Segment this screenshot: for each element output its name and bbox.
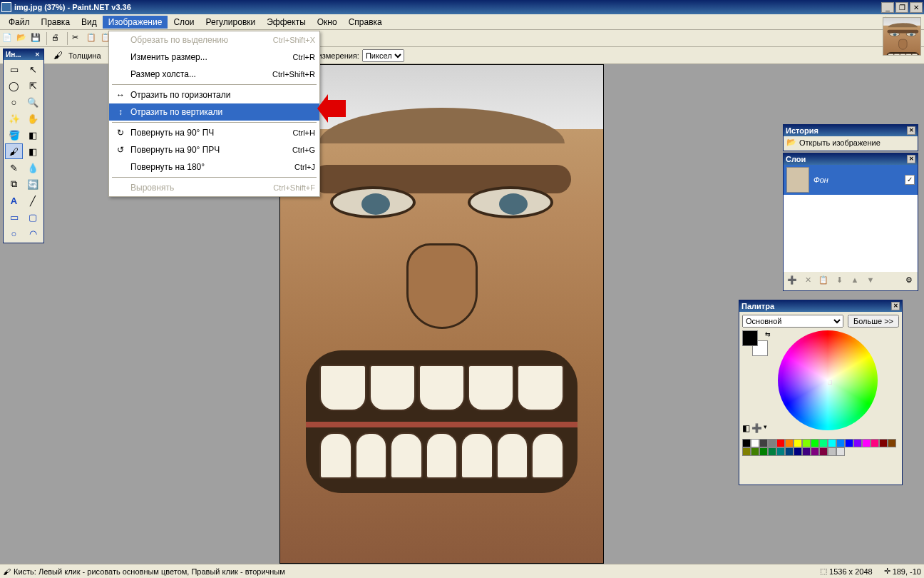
unit-select[interactable]: Пиксел (362, 49, 404, 62)
line-tool[interactable]: ╱ (24, 193, 42, 208)
minimize-button[interactable]: _ (881, 2, 894, 13)
palette-color[interactable] (768, 439, 776, 447)
rect-select-tool[interactable]: ▭ (5, 61, 23, 77)
new-button[interactable]: 📄 (1, 32, 14, 45)
print-button[interactable]: 🖨 (51, 32, 63, 45)
move-up-button[interactable]: ▲ (848, 273, 861, 286)
menu-item[interactable]: ↺Повернуть на 90° ПРЧCtrl+G (109, 141, 319, 158)
merge-down-button[interactable]: ⬇ (833, 273, 846, 286)
menu-регулировки[interactable]: Регулировки (200, 16, 262, 29)
menu-item[interactable]: ↔Отразить по горизонтали (109, 86, 319, 103)
magic-wand-tool[interactable]: ✨ (5, 111, 23, 126)
palette-color[interactable] (811, 439, 819, 447)
rounded-rect-tool[interactable]: ▢ (24, 209, 42, 225)
menu-окно[interactable]: Окно (312, 16, 343, 29)
palette-color[interactable] (794, 447, 802, 456)
docked-icon[interactable]: ✕ (35, 51, 40, 58)
color-mode-select[interactable]: Основной (742, 315, 843, 328)
document-thumbnail[interactable] (883, 17, 921, 56)
palette-color[interactable] (794, 439, 802, 447)
close-icon[interactable]: ✕ (907, 155, 915, 163)
layer-row[interactable]: Фон ✓ (784, 165, 918, 195)
recolor-tool[interactable]: 🔄 (24, 176, 42, 192)
palette-color[interactable] (776, 447, 785, 456)
pencil-tool[interactable]: ✎ (5, 160, 23, 176)
palette-color[interactable] (742, 447, 751, 456)
palette-color[interactable] (853, 439, 862, 447)
open-button[interactable]: 📂 (16, 32, 29, 45)
menu-вид[interactable]: Вид (76, 16, 103, 29)
delete-layer-button[interactable]: ✕ (801, 273, 814, 286)
palette-color[interactable] (742, 439, 751, 447)
bucket-tool[interactable]: 🪣 (5, 127, 23, 143)
palette-color[interactable] (802, 447, 811, 456)
pan-tool[interactable]: ✋ (24, 111, 42, 126)
menu-item[interactable]: Размер холста...Ctrl+Shift+R (109, 66, 319, 83)
save-button[interactable]: 💾 (30, 32, 43, 45)
palette-color[interactable] (836, 439, 845, 447)
palette-color[interactable] (871, 439, 879, 447)
close-button[interactable]: ✕ (910, 2, 923, 13)
menu-изображение[interactable]: Изображение (103, 16, 168, 29)
eraser-tool[interactable]: ◧ (24, 143, 42, 159)
menu-эффекты[interactable]: Эффекты (261, 16, 312, 29)
palette-color[interactable] (751, 447, 759, 456)
chevron-down-icon[interactable]: ▾ (764, 423, 767, 433)
move-down-button[interactable]: ▼ (864, 273, 877, 286)
brush-tool[interactable]: 🖌 (5, 143, 23, 159)
palette-color[interactable] (862, 439, 871, 447)
history-entry[interactable]: Открыть изображение (799, 138, 881, 147)
swap-colors-icon[interactable]: ⇆ (765, 330, 771, 338)
ellipse-shape-tool[interactable]: ○ (5, 225, 23, 241)
cut-button[interactable]: ✂ (71, 32, 84, 45)
layer-visibility-checkbox[interactable]: ✓ (905, 175, 915, 185)
freeform-tool[interactable]: ◠ (24, 225, 42, 241)
eyedropper-tool[interactable]: 💧 (24, 160, 42, 176)
palette-color[interactable] (828, 439, 836, 447)
palette-color[interactable] (802, 439, 811, 447)
menu-слои[interactable]: Слои (168, 16, 200, 29)
palette-color[interactable] (785, 447, 794, 456)
canvas-image[interactable] (279, 64, 604, 564)
palette-color[interactable] (845, 439, 853, 447)
palette-color[interactable] (751, 439, 759, 447)
copy-button[interactable]: 📋 (86, 32, 98, 45)
palette-color[interactable] (888, 439, 896, 447)
palette-color[interactable] (768, 447, 776, 456)
more-button[interactable]: Больше >> (848, 315, 899, 328)
palette-color[interactable] (776, 439, 785, 447)
lasso-tool[interactable]: ◯ (5, 78, 23, 93)
add-layer-button[interactable]: ➕ (786, 273, 799, 286)
text-tool[interactable]: A (5, 193, 23, 208)
foreground-swatch[interactable] (742, 330, 758, 346)
color-wheel[interactable] (778, 330, 878, 430)
maximize-button[interactable]: ❐ (895, 2, 908, 13)
menu-item[interactable]: ↻Повернуть на 90° ПЧCtrl+H (109, 124, 319, 141)
close-icon[interactable]: ✕ (907, 126, 915, 135)
menu-item[interactable]: Повернуть на 180°Ctrl+J (109, 158, 319, 176)
color-marker[interactable] (828, 380, 832, 385)
ellipse-select-tool[interactable]: ○ (5, 94, 23, 110)
menu-item[interactable]: ↕Отразить по вертикали (109, 103, 319, 121)
palette-icon[interactable]: ◧ (742, 423, 750, 433)
move-selection-tool[interactable]: ⇱ (24, 78, 42, 93)
color-swatches[interactable]: ⇆ (742, 330, 771, 359)
clone-tool[interactable]: ⧉ (5, 176, 23, 192)
duplicate-layer-button[interactable]: 📋 (817, 273, 830, 286)
palette-color[interactable] (828, 447, 836, 456)
move-tool[interactable]: ↖ (24, 61, 42, 77)
palette-add-icon[interactable]: ➕ (751, 423, 762, 433)
rect-shape-tool[interactable]: ▭ (5, 209, 23, 225)
close-icon[interactable]: ✕ (891, 302, 900, 310)
menu-файл[interactable]: Файл (3, 16, 36, 29)
palette-color[interactable] (819, 447, 828, 456)
palette-color[interactable] (819, 439, 828, 447)
palette-color[interactable] (836, 447, 845, 456)
zoom-tool[interactable]: 🔍 (24, 94, 42, 110)
palette-color[interactable] (879, 439, 888, 447)
palette-color[interactable] (759, 439, 768, 447)
palette-color[interactable] (811, 447, 819, 456)
menu-правка[interactable]: Правка (36, 16, 76, 29)
layer-properties-button[interactable]: ⚙ (903, 273, 915, 286)
gradient-tool[interactable]: ◧ (24, 127, 42, 143)
